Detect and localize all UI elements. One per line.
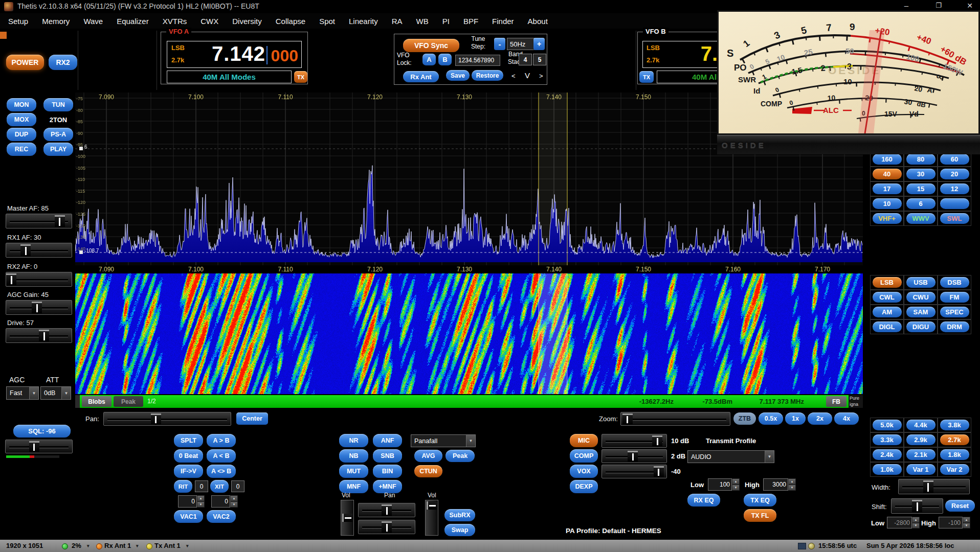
nb-button[interactable]: NB xyxy=(339,449,368,463)
vfo-b-frequency-display[interactable]: LSB 2.7k 7. xyxy=(642,41,720,68)
menu-bpf[interactable]: BPF xyxy=(463,17,478,26)
vfo-lock-b-button[interactable]: B xyxy=(438,54,452,65)
filter-low-stepper[interactable]: -2800 ▲▼ xyxy=(887,517,920,528)
noise-floor-marker[interactable] xyxy=(79,250,83,254)
menu-ra[interactable]: RA xyxy=(392,17,403,26)
sql-button[interactable]: SQL: -96 xyxy=(13,425,71,438)
waterfall-canvas[interactable] xyxy=(75,273,863,394)
spinner-up-icon[interactable]: ▲ xyxy=(963,517,970,523)
rit-value[interactable]: 0 xyxy=(195,480,208,492)
chevron-down-icon[interactable]: ▾ xyxy=(136,543,139,548)
mode-button-usb[interactable]: USB xyxy=(906,277,936,288)
spinner-down-icon[interactable]: ▼ xyxy=(912,523,920,529)
subrx-button[interactable]: SubRX xyxy=(444,509,475,521)
band-button-160[interactable]: 160 xyxy=(873,154,902,165)
master-af-slider[interactable] xyxy=(6,214,72,228)
vfo-a-tx-button[interactable]: TX xyxy=(294,71,307,83)
mode-button-cwl[interactable]: CWL xyxy=(873,292,902,303)
rx2-button[interactable]: RX2 xyxy=(49,55,77,70)
pan-slider[interactable] xyxy=(103,412,231,426)
avg-button[interactable]: AVG xyxy=(414,450,442,462)
nav-next-button[interactable]: > xyxy=(539,72,543,80)
spinner-down-icon[interactable]: ▼ xyxy=(788,485,796,491)
shift-reset-button[interactable]: Reset xyxy=(945,500,975,512)
comp-button[interactable]: COMP xyxy=(570,449,598,463)
zoom-slider[interactable] xyxy=(620,412,730,426)
rx-ant-button[interactable]: Rx Ant xyxy=(403,71,439,82)
chevron-down-icon[interactable]: ▼ xyxy=(765,451,774,463)
zoom-0-5x-button[interactable]: 0.5x xyxy=(759,412,783,425)
tun-button[interactable]: TUN xyxy=(43,98,73,111)
menu-finder[interactable]: Finder xyxy=(492,17,514,26)
mode-button-cwu[interactable]: CWU xyxy=(906,292,936,303)
agc-gain-slider[interactable] xyxy=(6,300,72,315)
att-select[interactable]: 0dB▼ xyxy=(40,386,71,400)
tx-low-value[interactable]: 100 xyxy=(708,478,732,491)
a-swap-b-button[interactable]: A <> B xyxy=(207,465,236,478)
a-to-b-button[interactable]: A > B xyxy=(207,434,236,447)
mic-button[interactable]: MIC xyxy=(570,434,598,447)
mode-button-dsb[interactable]: DSB xyxy=(940,277,969,288)
xit-stepper[interactable]: 0 ▲▼ xyxy=(211,495,238,508)
tx-filter-button[interactable]: TX FL xyxy=(744,509,776,522)
spinner-up-icon[interactable]: ▲ xyxy=(230,495,238,501)
waterfall[interactable] xyxy=(75,273,863,394)
xit-button[interactable]: XIT xyxy=(210,480,229,493)
play-button[interactable]: PLAY xyxy=(43,143,73,156)
mode-button-digu[interactable]: DIGU xyxy=(906,321,936,332)
if-to-vfo-button[interactable]: IF->V xyxy=(174,465,203,478)
band-stack-4-button[interactable]: 4 xyxy=(519,54,532,65)
agc-marker[interactable] xyxy=(79,147,83,150)
rit-stepper-value[interactable]: 0 xyxy=(178,495,197,508)
peak-button[interactable]: Peak xyxy=(114,396,143,407)
spinner-up-icon[interactable]: ▲ xyxy=(197,495,205,501)
ctun-button[interactable]: CTUN xyxy=(414,465,442,477)
vfo-sync-button[interactable]: VFO Sync xyxy=(403,39,459,52)
rx2-af-slider[interactable] xyxy=(6,272,72,287)
filter-high-value[interactable]: -100 xyxy=(939,517,963,528)
band-stack-5-button[interactable]: 5 xyxy=(533,54,546,65)
spinner-up-icon[interactable]: ▲ xyxy=(732,478,740,485)
mode-button-digl[interactable]: DIGL xyxy=(873,321,902,332)
chevron-down-icon[interactable]: ▾ xyxy=(87,543,90,548)
filter-button-1-8k[interactable]: 1.8k xyxy=(940,449,969,460)
spinner-down-icon[interactable]: ▼ xyxy=(197,501,205,508)
tx-eq-button[interactable]: TX EQ xyxy=(744,494,776,507)
agc-select[interactable]: Fast▼ xyxy=(6,386,39,400)
display-mode-select[interactable]: Panafall▼ xyxy=(411,434,476,447)
vfo-lock-a-button[interactable]: A xyxy=(422,54,436,65)
filter-high-stepper[interactable]: -100 ▲▼ xyxy=(939,517,970,528)
mode-button-am[interactable]: AM xyxy=(873,307,902,317)
center-button[interactable]: Center xyxy=(236,412,268,425)
filter-button-var2[interactable]: Var 2 xyxy=(940,464,969,475)
two-tone-button[interactable]: 2TON xyxy=(43,113,73,126)
chevron-down-icon[interactable]: ▾ xyxy=(186,543,189,548)
menu-pi[interactable]: PI xyxy=(442,17,450,26)
menu-cwx[interactable]: CWX xyxy=(201,17,218,26)
vac1-button[interactable]: VAC1 xyxy=(174,510,203,523)
menu-about[interactable]: About xyxy=(528,17,548,26)
menu-linearity[interactable]: Linearity xyxy=(349,17,378,26)
save-button[interactable]: Save xyxy=(446,70,470,81)
filter-low-value[interactable]: -2800 xyxy=(887,517,912,528)
anf-button[interactable]: ANF xyxy=(373,434,402,447)
xit-value[interactable]: 0 xyxy=(231,480,244,492)
status-bar-grip[interactable] xyxy=(75,395,80,408)
snb-button[interactable]: SNB xyxy=(373,449,402,463)
rit-button[interactable]: RIT xyxy=(174,480,192,493)
zoom-2x-button[interactable]: 2x xyxy=(808,412,832,425)
mode-button-sam[interactable]: SAM xyxy=(906,307,936,317)
vol-right-slider[interactable] xyxy=(425,500,438,536)
chevron-down-icon[interactable]: ▼ xyxy=(29,387,38,399)
split-button[interactable]: SPLT xyxy=(174,434,203,447)
tx-ant-selector[interactable]: Tx Ant 1 xyxy=(154,542,181,549)
menu-xvtrs[interactable]: XVTRs xyxy=(163,17,187,26)
mut-button[interactable]: MUT xyxy=(339,465,368,478)
filter-button-3-8k[interactable]: 3.8k xyxy=(940,420,969,430)
tx-low-stepper[interactable]: 100 ▲▼ xyxy=(708,478,740,491)
vol-left-slider[interactable] xyxy=(341,500,354,536)
spinner-down-icon[interactable]: ▼ xyxy=(230,501,238,508)
chevron-down-icon[interactable]: ▼ xyxy=(466,435,475,447)
menu-memory[interactable]: Memory xyxy=(42,17,70,26)
chevron-down-icon[interactable]: ▼ xyxy=(61,387,71,399)
